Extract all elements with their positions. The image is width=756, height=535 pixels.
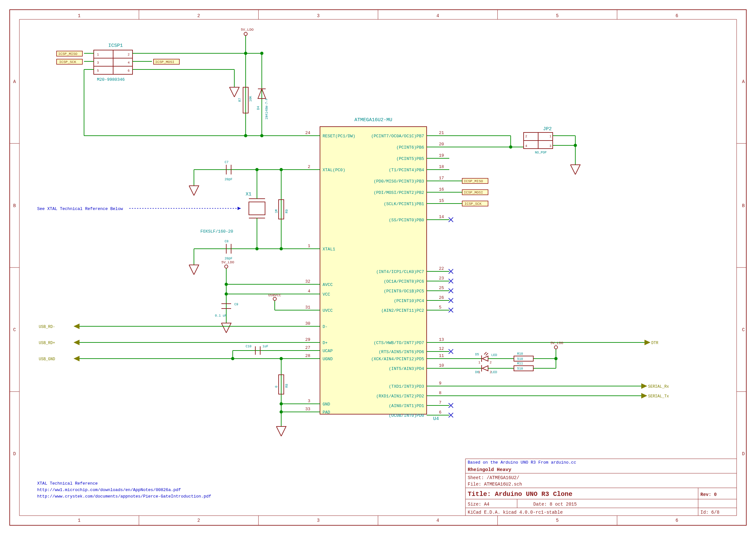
power-decoupling: 5V_LDO C9 0.1 uF USBVCC xyxy=(215,260,310,333)
svg-text:C: C xyxy=(13,327,16,332)
svg-line-158 xyxy=(229,87,234,97)
svg-text:1: 1 xyxy=(479,371,480,374)
svg-text:D5: D5 xyxy=(475,353,479,356)
netlabel-icsp-miso: ICSP_MISO xyxy=(57,51,82,56)
svg-text:JP2: JP2 xyxy=(543,126,552,132)
svg-text:4: 4 xyxy=(525,144,527,148)
svg-text:AVCC: AVCC xyxy=(323,282,333,287)
chip-u4: ATMEGA16U2-MU U4 24RESET(PC1/DW)2XTAL(PC… xyxy=(305,117,444,422)
nc-marks xyxy=(436,217,453,417)
svg-text:2: 2 xyxy=(525,135,527,138)
svg-text:ICSP_MISO: ICSP_MISO xyxy=(464,179,483,183)
svg-point-180 xyxy=(260,52,263,55)
svg-text:18: 18 xyxy=(439,164,444,169)
crystal-x1: X1 FOXSLF/160-20 xyxy=(200,170,265,249)
svg-text:VCC: VCC xyxy=(323,292,330,297)
xtal-note: See XTAL Technical Reference Below xyxy=(37,207,241,211)
svg-text:Date: 8 oct 2015: Date: 8 oct 2015 xyxy=(533,502,577,507)
svg-text:SERIAL_Rx: SERIAL_Rx xyxy=(648,384,669,389)
svg-marker-353 xyxy=(238,207,241,210)
icsp-right-labels: ICSP_MISO ICSP_MOSI ICSP_SCK xyxy=(436,178,488,206)
svg-text:25: 25 xyxy=(439,286,444,291)
svg-point-254 xyxy=(279,410,283,413)
svg-text:(PCINT9/OC1B)PC5: (PCINT9/OC1B)PC5 xyxy=(384,289,424,294)
svg-text:R10: R10 xyxy=(517,352,523,356)
svg-point-196 xyxy=(279,168,283,171)
svg-marker-317 xyxy=(482,356,488,361)
svg-text:R11: R11 xyxy=(517,362,523,365)
svg-text:26: 26 xyxy=(439,295,444,300)
svg-line-325 xyxy=(486,353,488,355)
svg-point-168 xyxy=(244,134,247,137)
svg-point-342 xyxy=(554,357,558,360)
title-block: Based on the Arduino UNO R3 From arduino… xyxy=(465,459,737,516)
svg-text:0.1 uF: 0.1 uF xyxy=(215,314,227,318)
svg-text:M20-9980346: M20-9980346 xyxy=(97,77,125,82)
svg-text:5V_LDO: 5V_LDO xyxy=(221,260,234,264)
svg-text:ICSP1: ICSP1 xyxy=(108,43,123,48)
svg-text:27: 27 xyxy=(305,345,310,350)
svg-text:USB_RD+: USB_RD+ xyxy=(39,341,55,345)
svg-text:6: 6 xyxy=(676,13,678,18)
svg-text:C8: C8 xyxy=(225,240,228,243)
svg-text:ICSP_MOSI: ICSP_MOSI xyxy=(155,60,174,64)
svg-text:5: 5 xyxy=(556,13,559,18)
svg-text:(OC1A/PCINT8)PC6: (OC1A/PCINT8)PC6 xyxy=(384,279,424,284)
tech-ref-links: XTAL Technical Reference http://ww1.micr… xyxy=(37,481,211,499)
svg-text:20: 20 xyxy=(439,142,444,147)
svg-text:23: 23 xyxy=(439,276,444,281)
svg-text:(CTS/HWB/TO/INT7)PD7: (CTS/HWB/TO/INT7)PD7 xyxy=(374,341,424,345)
svg-text:12: 12 xyxy=(439,346,444,351)
svg-text:4: 4 xyxy=(128,61,130,65)
svg-text:10: 10 xyxy=(439,363,444,368)
c7: C7 20pF xyxy=(194,160,236,181)
svg-text:5: 5 xyxy=(556,518,559,523)
svg-text:R8: R8 xyxy=(285,384,289,388)
svg-text:1: 1 xyxy=(549,135,551,138)
svg-text:Rev: 0: Rev: 0 xyxy=(700,492,716,497)
svg-text:6: 6 xyxy=(676,518,678,523)
svg-text:19: 19 xyxy=(439,153,444,158)
svg-text:SERIAL_Tx: SERIAL_Tx xyxy=(648,394,669,399)
svg-text:33: 33 xyxy=(305,407,310,411)
svg-text:A: A xyxy=(742,79,745,84)
svg-point-165 xyxy=(244,32,247,36)
svg-text:(OC0B/INT0)PD0: (OC0B/INT0)PD0 xyxy=(389,413,424,418)
svg-text:15: 15 xyxy=(439,198,444,203)
svg-text:31: 31 xyxy=(305,305,310,310)
svg-text:28: 28 xyxy=(305,353,310,358)
svg-text:2: 2 xyxy=(197,518,200,523)
svg-text:1: 1 xyxy=(78,13,80,18)
svg-text:24: 24 xyxy=(305,130,310,135)
svg-text:FOXSLF/160-20: FOXSLF/160-20 xyxy=(200,229,233,234)
svg-text:PAD: PAD xyxy=(323,410,330,415)
svg-point-246 xyxy=(279,357,283,360)
jp2-header: 21 43 JP2 NO_POP xyxy=(436,126,580,175)
svg-text:2: 2 xyxy=(490,371,492,374)
svg-rect-336 xyxy=(514,366,533,371)
svg-text:1M: 1M xyxy=(275,209,278,213)
svg-text:C10: C10 xyxy=(246,345,251,348)
svg-text:4: 4 xyxy=(308,289,310,294)
svg-text:14: 14 xyxy=(439,214,444,219)
svg-text:See XTAL Technical Reference B: See XTAL Technical Reference Below xyxy=(37,207,123,211)
svg-text:5V_LDO: 5V_LDO xyxy=(550,341,563,345)
net-usb-gnd: USB_GND xyxy=(39,356,79,361)
svg-text:UVCC: UVCC xyxy=(323,308,333,313)
svg-text:LED: LED xyxy=(491,371,497,374)
power-5v-icsp: 5V_LDO xyxy=(241,28,254,36)
c8: C8 20pF xyxy=(194,240,236,260)
svg-line-255 xyxy=(276,426,281,436)
svg-text:6: 6 xyxy=(128,69,130,73)
svg-text:UCAP: UCAP xyxy=(323,349,333,353)
svg-line-211 xyxy=(189,265,194,275)
xtal-network: X1 FOXSLF/160-20 1M R9 C7 20pF C8 20p xyxy=(189,160,310,275)
svg-point-217 xyxy=(225,265,228,268)
svg-text:5: 5 xyxy=(97,69,99,73)
svg-text:RESET(PC1/DW): RESET(PC1/DW) xyxy=(323,134,355,139)
svg-text:XTAL1: XTAL1 xyxy=(323,247,335,252)
dtr-line: DTR xyxy=(436,340,658,345)
svg-text:File: ATMEGA16U2.sch: File: ATMEGA16U2.sch xyxy=(468,482,522,487)
svg-text:Title: Arduino UNO R3 Clone: Title: Arduino UNO R3 Clone xyxy=(468,491,572,498)
svg-text:Based on the Arduino UNO R3 Fr: Based on the Arduino UNO R3 From arduino… xyxy=(468,460,576,465)
